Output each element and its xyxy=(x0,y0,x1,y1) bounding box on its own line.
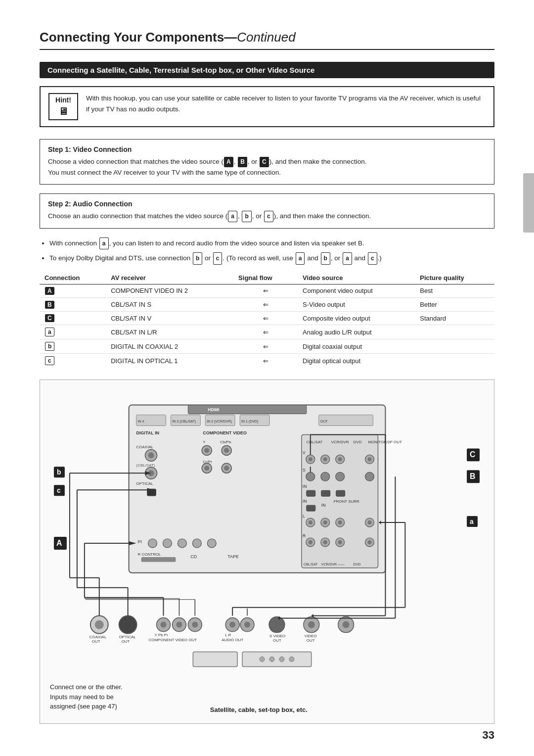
caption-bottom: Satellite, cable, set-top box, etc. xyxy=(210,706,308,713)
svg-text:R: R xyxy=(303,533,306,538)
svg-text:b: b xyxy=(57,469,61,476)
diagram-area: HDMI IN 4 IN 3 (CBL/SAT) IN 2 (VCR/DVR) … xyxy=(40,379,494,724)
connection-badge: C xyxy=(45,314,54,322)
bullet-2: To enjoy Dolby Digital and DTS, use conn… xyxy=(49,252,494,264)
svg-point-45 xyxy=(338,458,342,462)
badge-b-bullet2: b xyxy=(321,252,330,264)
svg-point-110 xyxy=(244,622,250,628)
step1-line2: You must connect the AV receiver to your… xyxy=(48,169,281,176)
badge-a-bullet2: a xyxy=(296,252,305,264)
diagram-svg: HDMI IN 4 IN 3 (CBL/SAT) IN 2 (VCR/DVR) … xyxy=(50,390,484,677)
badge-b-bullet: b xyxy=(193,252,202,264)
svg-text:DVD: DVD xyxy=(354,440,362,445)
title-continued: Continued xyxy=(237,30,296,45)
caption-line1: Connect one or the other. xyxy=(50,682,123,692)
connection-cell: B xyxy=(40,298,106,312)
badge-a-bullet3: a xyxy=(343,252,352,264)
svg-point-93 xyxy=(95,620,104,629)
bullet-1: With connection a, you can listen to and… xyxy=(49,237,494,249)
title-text: Connecting Your Components xyxy=(40,30,224,45)
hint-box: Hint! 🖥 With this hookup, you can use yo… xyxy=(40,86,494,127)
col-connection: Connection xyxy=(40,272,106,284)
video-source-cell: Digital optical output xyxy=(298,354,415,368)
svg-text:VCR/DVR: VCR/DVR xyxy=(331,440,349,445)
svg-point-125 xyxy=(269,657,274,662)
svg-text:OUT: OUT xyxy=(273,639,281,643)
table-row: BCBL/SAT IN S⇐S-Video outputBetter xyxy=(40,298,494,312)
svg-point-69 xyxy=(368,520,372,524)
section-header-text: Connecting a Satellite, Cable, Terrestri… xyxy=(47,66,314,74)
picture-quality-cell: Best xyxy=(415,284,494,298)
svg-rect-123 xyxy=(242,652,312,667)
svg-text:S VIDEO: S VIDEO xyxy=(269,634,285,638)
svg-text:VCR/DVR ——: VCR/DVR —— xyxy=(321,563,345,566)
svg-rect-55 xyxy=(321,490,330,496)
svg-point-47 xyxy=(368,458,372,462)
col-picture-quality: Picture quality xyxy=(415,272,494,284)
svg-point-104 xyxy=(192,622,198,628)
video-source-cell: S-Video output xyxy=(298,298,415,312)
page-content: Connecting Your Components—Continued Con… xyxy=(0,0,534,756)
col-video-source: Video source xyxy=(298,272,415,284)
svg-text:OUT: OUT xyxy=(122,640,130,644)
svg-text:DVD: DVD xyxy=(354,563,361,566)
av-receiver-cell: COMPONENT VIDEO IN 2 xyxy=(106,284,233,298)
badge-c-bullet: c xyxy=(213,252,222,264)
step2-text: Choose an audio connection that matches … xyxy=(48,211,486,222)
table-row: cDIGITAL IN OPTICAL 1⇐Digital optical ou… xyxy=(40,354,494,368)
svg-text:L: L xyxy=(303,514,305,519)
badge-C: C xyxy=(260,157,269,167)
svg-text:VIDEO: VIDEO xyxy=(305,634,317,638)
svg-point-63 xyxy=(309,520,312,524)
svg-point-86 xyxy=(192,539,201,548)
svg-rect-89 xyxy=(141,557,176,562)
svg-point-29 xyxy=(204,466,209,471)
svg-text:PI: PI xyxy=(138,539,142,544)
svg-text:c: c xyxy=(57,486,61,494)
svg-point-65 xyxy=(323,520,327,524)
page-title: Connecting Your Components—Continued xyxy=(40,30,494,50)
signal-flow-cell: ⇐ xyxy=(233,339,298,354)
signal-flow-cell: ⇐ xyxy=(233,284,298,298)
caption-line2: Inputs may need to be xyxy=(50,692,123,702)
svg-text:CD: CD xyxy=(190,554,197,559)
svg-rect-54 xyxy=(307,490,315,496)
badge-B: B xyxy=(238,157,247,167)
svg-point-23 xyxy=(204,448,209,453)
svg-text:IN 3 (CBL/SAT): IN 3 (CBL/SAT) xyxy=(172,420,196,424)
picture-quality-cell xyxy=(415,325,494,339)
svg-point-43 xyxy=(323,458,327,462)
svg-text:CBL/SAT: CBL/SAT xyxy=(304,563,318,566)
svg-rect-56 xyxy=(336,490,345,496)
svg-text:COMPONENT VIDEO: COMPONENT VIDEO xyxy=(203,431,247,436)
svg-text:OUT: OUT xyxy=(320,420,328,423)
svg-point-108 xyxy=(229,622,235,628)
svg-point-41 xyxy=(309,458,312,462)
table-row: bDIGITAL IN COAXIAL 2⇐Digital coaxial ou… xyxy=(40,339,494,354)
svg-text:TAPE: TAPE xyxy=(227,554,239,559)
step2-title: Step 2: Audio Connection xyxy=(48,200,486,208)
svg-point-96 xyxy=(119,616,137,634)
connection-cell: b xyxy=(40,339,106,354)
av-receiver-cell: CBL/SAT IN S xyxy=(106,298,233,312)
svg-point-17 xyxy=(148,453,154,459)
connection-badge: B xyxy=(45,301,54,309)
svg-text:R CONTROL: R CONTROL xyxy=(138,552,161,557)
svg-point-72 xyxy=(309,540,312,544)
connection-badge: b xyxy=(45,342,54,351)
svg-point-50 xyxy=(321,472,330,481)
connection-badge: a xyxy=(45,328,54,336)
svg-point-26 xyxy=(224,448,229,453)
svg-text:V: V xyxy=(303,451,306,456)
connection-cell: a xyxy=(40,325,106,339)
av-receiver-cell: DIGITAL IN OPTICAL 1 xyxy=(106,354,233,368)
svg-text:IN 2 (VCR/DVR): IN 2 (VCR/DVR) xyxy=(207,420,232,424)
picture-quality-cell xyxy=(415,339,494,354)
svg-text:L    R: L R xyxy=(225,633,231,637)
signal-flow-cell: ⇐ xyxy=(233,298,298,312)
svg-point-121 xyxy=(343,621,350,628)
svg-text:S: S xyxy=(303,468,306,473)
svg-text:IN: IN xyxy=(321,503,326,508)
svg-text:OPTICAL: OPTICAL xyxy=(119,635,136,639)
svg-text:Y   Pb   Pr: Y Pb Pr xyxy=(155,633,169,637)
